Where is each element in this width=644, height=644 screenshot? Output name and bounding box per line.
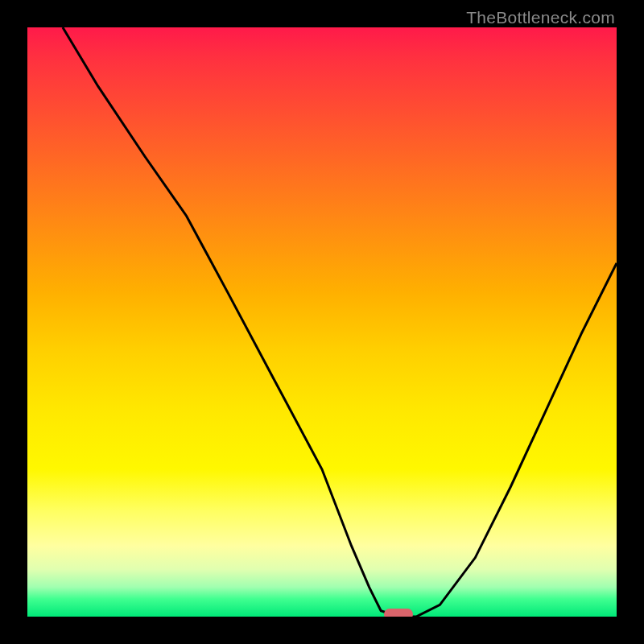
plot-area xyxy=(27,27,617,617)
chart-container: TheBottleneck.com xyxy=(0,0,644,644)
optimum-marker xyxy=(384,609,413,617)
line-curve xyxy=(27,27,617,617)
watermark-label: TheBottleneck.com xyxy=(466,8,615,27)
